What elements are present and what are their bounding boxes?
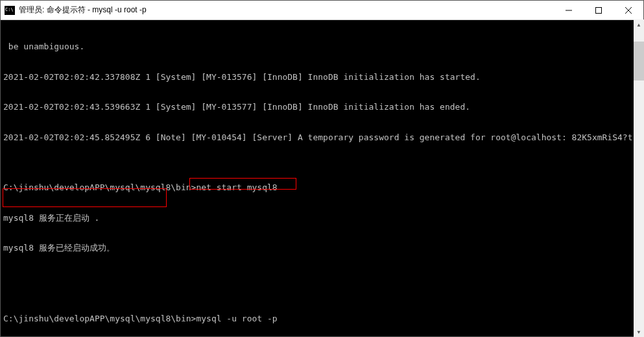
close-icon (625, 7, 632, 14)
minimize-icon (566, 7, 572, 14)
scroll-up-arrow-icon[interactable]: ▲ (634, 19, 644, 30)
terminal-line: mysql8 服务正在启动 . (3, 213, 641, 223)
maximize-icon (595, 7, 602, 14)
terminal-line: 2021-02-02T02:02:45.852495Z 6 [Note] [MY… (3, 132, 641, 143)
terminal-line: 2021-02-02T02:02:42.337808Z 1 [System] [… (3, 72, 641, 82)
maximize-button[interactable] (584, 1, 614, 19)
minimize-button[interactable] (554, 1, 584, 19)
cmd-icon (5, 6, 15, 15)
scroll-down-arrow-icon[interactable]: ▼ (634, 327, 644, 337)
window-frame: 管理员: 命令提示符 - mysql -u root -p be unambig… (0, 0, 644, 337)
window-controls (554, 1, 643, 19)
close-button[interactable] (614, 1, 643, 19)
svg-rect-1 (596, 7, 602, 13)
titlebar[interactable]: 管理员: 命令提示符 - mysql -u root -p (1, 1, 643, 20)
window-title: 管理员: 命令提示符 - mysql -u root -p (19, 5, 554, 16)
terminal-line: C:\jinshu\developAPP\mysql\mysql8\bin>my… (3, 314, 641, 324)
terminal-line: be unambiguous. (3, 42, 641, 52)
scroll-thumb[interactable] (634, 42, 644, 81)
terminal-line: mysql8 服务已经启动成功。 (3, 243, 641, 253)
terminal-line: 2021-02-02T02:02:43.539663Z 1 [System] [… (3, 102, 641, 112)
vertical-scrollbar[interactable]: ▲ ▼ (634, 19, 644, 337)
terminal-line: C:\jinshu\developAPP\mysql\mysql8\bin>ne… (3, 182, 641, 193)
terminal-area[interactable]: be unambiguous. 2021-02-02T02:02:42.3378… (1, 20, 643, 336)
